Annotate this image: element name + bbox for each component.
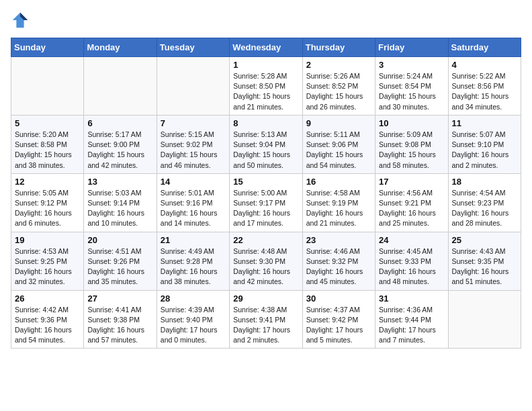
calendar-cell: 29Sunrise: 4:38 AM Sunset: 9:41 PM Dayli…	[230, 290, 302, 349]
day-number: 9	[306, 118, 371, 128]
day-number: 22	[233, 235, 298, 245]
day-number: 26	[15, 293, 80, 304]
calendar-cell	[11, 57, 84, 116]
weekday-header-tuesday: Tuesday	[157, 38, 229, 57]
calendar-cell: 8Sunrise: 5:13 AM Sunset: 9:04 PM Daylig…	[230, 115, 302, 173]
calendar-cell: 19Sunrise: 4:53 AM Sunset: 9:25 PM Dayli…	[11, 232, 84, 290]
calendar-cell: 25Sunrise: 4:43 AM Sunset: 9:35 PM Dayli…	[448, 232, 521, 290]
day-info: Sunrise: 4:38 AM Sunset: 9:41 PM Dayligh…	[233, 305, 298, 346]
day-info: Sunrise: 5:24 AM Sunset: 8:54 PM Dayligh…	[379, 71, 444, 112]
page-header	[11, 11, 521, 30]
day-info: Sunrise: 4:56 AM Sunset: 9:21 PM Dayligh…	[379, 188, 444, 229]
calendar-cell: 15Sunrise: 5:00 AM Sunset: 9:17 PM Dayli…	[230, 173, 302, 232]
calendar-table: SundayMondayTuesdayWednesdayThursdayFrid…	[11, 38, 521, 349]
day-info: Sunrise: 5:11 AM Sunset: 9:06 PM Dayligh…	[306, 130, 371, 171]
day-number: 25	[452, 235, 517, 245]
calendar-cell: 27Sunrise: 4:41 AM Sunset: 9:38 PM Dayli…	[84, 290, 157, 349]
day-info: Sunrise: 4:43 AM Sunset: 9:35 PM Dayligh…	[452, 246, 517, 287]
day-number: 3	[379, 60, 444, 70]
day-info: Sunrise: 4:53 AM Sunset: 9:25 PM Dayligh…	[15, 246, 80, 287]
day-number: 13	[87, 177, 152, 187]
day-number: 11	[452, 118, 517, 128]
calendar-cell: 31Sunrise: 4:36 AM Sunset: 9:44 PM Dayli…	[375, 290, 448, 349]
calendar-cell: 14Sunrise: 5:01 AM Sunset: 9:16 PM Dayli…	[157, 173, 229, 232]
calendar-cell: 2Sunrise: 5:26 AM Sunset: 8:52 PM Daylig…	[302, 57, 375, 116]
day-info: Sunrise: 5:28 AM Sunset: 8:50 PM Dayligh…	[233, 71, 298, 112]
calendar-cell: 10Sunrise: 5:09 AM Sunset: 9:08 PM Dayli…	[375, 115, 448, 173]
day-number: 1	[233, 60, 298, 70]
day-number: 21	[161, 235, 226, 245]
logo	[11, 11, 32, 30]
week-row-4: 19Sunrise: 4:53 AM Sunset: 9:25 PM Dayli…	[11, 232, 521, 290]
day-info: Sunrise: 5:01 AM Sunset: 9:16 PM Dayligh…	[161, 188, 226, 229]
day-number: 23	[306, 235, 371, 245]
calendar-cell: 23Sunrise: 4:46 AM Sunset: 9:32 PM Dayli…	[302, 232, 375, 290]
day-number: 24	[379, 235, 444, 245]
calendar-cell: 9Sunrise: 5:11 AM Sunset: 9:06 PM Daylig…	[302, 115, 375, 173]
day-info: Sunrise: 5:17 AM Sunset: 9:00 PM Dayligh…	[87, 130, 152, 171]
day-info: Sunrise: 4:45 AM Sunset: 9:33 PM Dayligh…	[379, 246, 444, 287]
day-info: Sunrise: 5:05 AM Sunset: 9:12 PM Dayligh…	[15, 188, 80, 229]
calendar-cell: 5Sunrise: 5:20 AM Sunset: 8:58 PM Daylig…	[11, 115, 84, 173]
day-number: 4	[452, 60, 517, 70]
calendar-body: 1Sunrise: 5:28 AM Sunset: 8:50 PM Daylig…	[11, 57, 521, 349]
day-number: 28	[161, 293, 226, 304]
week-row-5: 26Sunrise: 4:42 AM Sunset: 9:36 PM Dayli…	[11, 290, 521, 349]
weekday-header-wednesday: Wednesday	[230, 38, 302, 57]
day-info: Sunrise: 5:07 AM Sunset: 9:10 PM Dayligh…	[452, 130, 517, 171]
day-number: 19	[15, 235, 80, 245]
day-info: Sunrise: 5:15 AM Sunset: 9:02 PM Dayligh…	[161, 130, 226, 171]
day-number: 12	[15, 177, 80, 187]
day-info: Sunrise: 5:09 AM Sunset: 9:08 PM Dayligh…	[379, 130, 444, 171]
calendar-cell: 4Sunrise: 5:22 AM Sunset: 8:56 PM Daylig…	[448, 57, 521, 116]
weekday-header-monday: Monday	[84, 38, 157, 57]
day-info: Sunrise: 4:46 AM Sunset: 9:32 PM Dayligh…	[306, 246, 371, 287]
day-number: 17	[379, 177, 444, 187]
weekday-header-saturday: Saturday	[448, 38, 521, 57]
calendar-cell: 20Sunrise: 4:51 AM Sunset: 9:26 PM Dayli…	[84, 232, 157, 290]
day-info: Sunrise: 5:00 AM Sunset: 9:17 PM Dayligh…	[233, 188, 298, 229]
calendar-cell: 24Sunrise: 4:45 AM Sunset: 9:33 PM Dayli…	[375, 232, 448, 290]
calendar-cell: 17Sunrise: 4:56 AM Sunset: 9:21 PM Dayli…	[375, 173, 448, 232]
day-number: 18	[452, 177, 517, 187]
calendar-cell: 26Sunrise: 4:42 AM Sunset: 9:36 PM Dayli…	[11, 290, 84, 349]
week-row-2: 5Sunrise: 5:20 AM Sunset: 8:58 PM Daylig…	[11, 115, 521, 173]
calendar-cell: 11Sunrise: 5:07 AM Sunset: 9:10 PM Dayli…	[448, 115, 521, 173]
weekday-header-sunday: Sunday	[11, 38, 84, 57]
calendar-cell: 18Sunrise: 4:54 AM Sunset: 9:23 PM Dayli…	[448, 173, 521, 232]
day-info: Sunrise: 4:58 AM Sunset: 9:19 PM Dayligh…	[306, 188, 371, 229]
calendar-cell: 30Sunrise: 4:37 AM Sunset: 9:42 PM Dayli…	[302, 290, 375, 349]
calendar-cell: 28Sunrise: 4:39 AM Sunset: 9:40 PM Dayli…	[157, 290, 229, 349]
day-info: Sunrise: 4:41 AM Sunset: 9:38 PM Dayligh…	[87, 305, 152, 346]
day-number: 29	[233, 293, 298, 304]
calendar-cell: 6Sunrise: 5:17 AM Sunset: 9:00 PM Daylig…	[84, 115, 157, 173]
day-info: Sunrise: 4:42 AM Sunset: 9:36 PM Dayligh…	[15, 305, 80, 346]
calendar-cell	[84, 57, 157, 116]
day-number: 15	[233, 177, 298, 187]
logo-icon	[11, 11, 30, 30]
day-number: 27	[87, 293, 152, 304]
week-row-1: 1Sunrise: 5:28 AM Sunset: 8:50 PM Daylig…	[11, 57, 521, 116]
calendar-cell	[448, 290, 521, 349]
weekday-header-thursday: Thursday	[302, 38, 375, 57]
calendar-cell: 1Sunrise: 5:28 AM Sunset: 8:50 PM Daylig…	[230, 57, 302, 116]
calendar-cell: 12Sunrise: 5:05 AM Sunset: 9:12 PM Dayli…	[11, 173, 84, 232]
day-info: Sunrise: 4:49 AM Sunset: 9:28 PM Dayligh…	[161, 246, 226, 287]
day-number: 16	[306, 177, 371, 187]
day-number: 10	[379, 118, 444, 128]
day-info: Sunrise: 4:54 AM Sunset: 9:23 PM Dayligh…	[452, 188, 517, 229]
day-info: Sunrise: 4:39 AM Sunset: 9:40 PM Dayligh…	[161, 305, 226, 346]
day-number: 14	[161, 177, 226, 187]
calendar-cell: 16Sunrise: 4:58 AM Sunset: 9:19 PM Dayli…	[302, 173, 375, 232]
week-row-3: 12Sunrise: 5:05 AM Sunset: 9:12 PM Dayli…	[11, 173, 521, 232]
day-number: 7	[161, 118, 226, 128]
day-info: Sunrise: 5:13 AM Sunset: 9:04 PM Dayligh…	[233, 130, 298, 171]
day-info: Sunrise: 5:03 AM Sunset: 9:14 PM Dayligh…	[87, 188, 152, 229]
calendar-cell: 22Sunrise: 4:48 AM Sunset: 9:30 PM Dayli…	[230, 232, 302, 290]
day-number: 20	[87, 235, 152, 245]
calendar-cell: 21Sunrise: 4:49 AM Sunset: 9:28 PM Dayli…	[157, 232, 229, 290]
calendar-cell: 3Sunrise: 5:24 AM Sunset: 8:54 PM Daylig…	[375, 57, 448, 116]
day-info: Sunrise: 5:26 AM Sunset: 8:52 PM Dayligh…	[306, 71, 371, 112]
day-info: Sunrise: 4:37 AM Sunset: 9:42 PM Dayligh…	[306, 305, 371, 346]
weekday-header-friday: Friday	[375, 38, 448, 57]
